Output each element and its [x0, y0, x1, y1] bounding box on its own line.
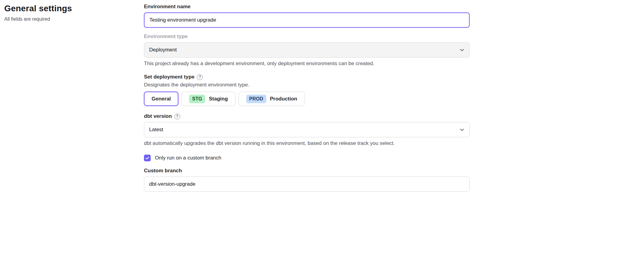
question-circle-icon[interactable]: ? [174, 114, 180, 119]
environment-type-value: Deployment [149, 47, 177, 53]
custom-branch-checkbox[interactable] [144, 155, 151, 161]
deployment-type-label: Set deployment type ? [144, 74, 470, 80]
deployment-type-production-label: Production [270, 96, 297, 102]
dbt-version-group: dbt version ? Latest dbt automatically u… [144, 113, 470, 146]
settings-header: General settings All fields are required [4, 4, 72, 22]
page-subtitle: All fields are required [4, 16, 72, 22]
dbt-version-label-text: dbt version [144, 113, 172, 119]
custom-branch-input[interactable] [144, 177, 470, 192]
custom-branch-group: Custom branch [144, 168, 470, 192]
check-icon [145, 156, 149, 160]
deployment-type-helper: Designates the deployment environment ty… [144, 82, 470, 88]
deployment-type-general-label: General [152, 96, 171, 102]
dbt-version-value: Latest [149, 127, 163, 133]
dbt-version-select[interactable]: Latest [144, 122, 470, 137]
chevron-down-icon [460, 47, 464, 52]
environment-name-input[interactable] [144, 12, 470, 28]
custom-branch-toggle-row: Only run on a custom branch [144, 155, 470, 161]
custom-branch-label: Custom branch [144, 168, 470, 174]
environment-name-label: Environment name [144, 4, 470, 10]
staging-badge: STG [189, 95, 205, 103]
environment-name-group: Environment name [144, 4, 470, 28]
custom-branch-checkbox-label[interactable]: Only run on a custom branch [155, 155, 221, 161]
deployment-type-production-button[interactable]: PROD Production [239, 92, 305, 106]
deployment-type-staging-label: Staging [209, 96, 228, 102]
environment-type-helper: This project already has a development e… [144, 61, 470, 67]
production-badge: PROD [246, 95, 266, 103]
environment-type-group: Environment type Deployment This project… [144, 33, 470, 67]
deployment-type-general-button[interactable]: General [144, 92, 178, 106]
environment-settings-form: Environment name Environment type Deploy… [144, 4, 470, 198]
deployment-type-options: General STG Staging PROD Production [144, 92, 470, 106]
page-title: General settings [4, 4, 72, 13]
chevron-down-icon [460, 127, 464, 132]
environment-type-select[interactable]: Deployment [144, 42, 470, 58]
dbt-version-helper: dbt automatically upgrades the dbt versi… [144, 140, 470, 146]
question-circle-icon[interactable]: ? [197, 74, 203, 80]
deployment-type-group: Set deployment type ? Designates the dep… [144, 74, 470, 106]
dbt-version-label: dbt version ? [144, 113, 470, 119]
deployment-type-label-text: Set deployment type [144, 74, 194, 80]
environment-type-label: Environment type [144, 33, 470, 40]
deployment-type-staging-button[interactable]: STG Staging [181, 92, 235, 106]
